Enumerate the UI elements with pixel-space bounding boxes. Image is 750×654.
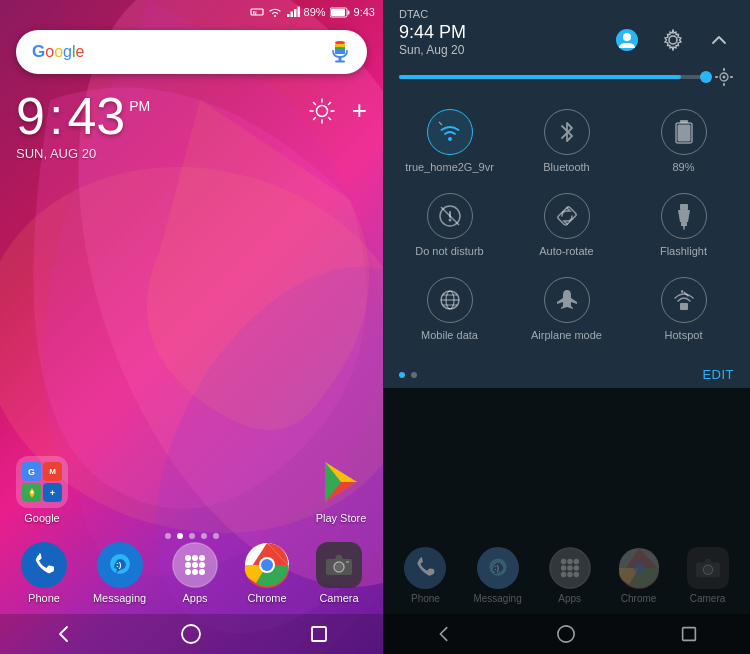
- mobiledata-tile-icon: [427, 277, 473, 323]
- svg-point-19: [316, 105, 327, 116]
- notif-time-row: 9:44 PM Sun, Aug 20: [399, 22, 734, 57]
- dimmed-apps-icon: [549, 547, 591, 589]
- svg-rect-103: [682, 628, 695, 641]
- svg-point-92: [573, 565, 578, 570]
- svg-rect-18: [335, 50, 345, 54]
- svg-rect-15: [335, 41, 345, 44]
- folder-app-other: +: [43, 483, 62, 502]
- dimmed-phone: Phone: [404, 547, 446, 604]
- dimmed-app-dock: Phone :) Messaging Apps Chr: [383, 539, 750, 612]
- svg-point-89: [573, 559, 578, 564]
- play-store-app[interactable]: Play Store: [315, 456, 367, 524]
- flashlight-tile[interactable]: Flashlight: [634, 185, 734, 265]
- brightness-widget[interactable]: [308, 97, 336, 125]
- dimmed-phone-label: Phone: [411, 593, 440, 604]
- hotspot-tile-label: Hotspot: [665, 329, 703, 341]
- svg-line-24: [313, 102, 315, 104]
- dnd-tile[interactable]: Do not disturb: [400, 185, 500, 265]
- collapse-button[interactable]: [704, 25, 734, 55]
- dock-camera[interactable]: Camera: [316, 542, 362, 604]
- svg-point-37: [192, 555, 198, 561]
- settings-icon-button[interactable]: [658, 25, 688, 55]
- svg-point-102: [558, 626, 574, 642]
- brightness-control[interactable]: [383, 61, 750, 93]
- dock-chrome[interactable]: Chrome: [244, 542, 290, 604]
- status-bar: N 89% 9:43: [0, 0, 383, 24]
- svg-point-101: [704, 567, 710, 573]
- dimmed-messaging-label: Messaging: [473, 593, 521, 604]
- google-folder[interactable]: G M + Google: [16, 456, 68, 524]
- user-icon-button[interactable]: [612, 25, 642, 55]
- home-button-right[interactable]: [556, 624, 576, 644]
- dock-apps[interactable]: Apps: [172, 542, 218, 604]
- svg-point-91: [567, 565, 572, 570]
- dimmed-chrome: Chrome: [618, 547, 660, 604]
- edit-button[interactable]: EDIT: [702, 367, 734, 382]
- apps-label: Apps: [183, 592, 208, 604]
- svg-rect-6: [290, 12, 293, 18]
- edit-row: EDIT: [383, 361, 750, 388]
- panel-dot-2: [411, 372, 417, 378]
- quick-tiles: true_home2G_9vr Bluetooth: [383, 93, 750, 361]
- folder-icon: G M +: [16, 456, 68, 508]
- dimmed-home-screen: Phone :) Messaging Apps Chr: [383, 388, 750, 654]
- microphone-icon[interactable]: [329, 41, 351, 63]
- wifi-tile[interactable]: true_home2G_9vr: [400, 101, 500, 181]
- svg-rect-5: [287, 14, 290, 17]
- play-store-icon: [315, 456, 367, 508]
- brightness-auto-icon[interactable]: [714, 67, 734, 87]
- brightness-thumb: [700, 71, 712, 83]
- svg-point-90: [561, 565, 566, 570]
- search-bar[interactable]: G o o g l e: [16, 30, 367, 74]
- clock-status: 9:43: [354, 6, 375, 18]
- clock-widget: 9 : 43 PM SUN, AUG 20: [16, 90, 150, 161]
- mobiledata-tile[interactable]: Mobile data: [400, 269, 500, 349]
- autorotate-tile[interactable]: Auto-rotate: [517, 185, 617, 265]
- hotspot-tile[interactable]: Hotspot: [634, 269, 734, 349]
- svg-point-57: [669, 36, 677, 44]
- svg-rect-7: [294, 9, 297, 17]
- brightness-slider[interactable]: [399, 75, 706, 79]
- home-screen: N 89% 9:43 G o o g l e: [0, 0, 383, 654]
- wifi-tile-label: true_home2G_9vr: [405, 161, 494, 173]
- svg-rect-60: [723, 68, 725, 71]
- airplane-tile[interactable]: Airplane mode: [517, 269, 617, 349]
- bluetooth-tile-icon: [544, 109, 590, 155]
- battery-tile[interactable]: 89%: [634, 101, 734, 181]
- bluetooth-tile[interactable]: Bluetooth: [517, 101, 617, 181]
- svg-line-26: [328, 102, 330, 104]
- add-widget-icon[interactable]: +: [352, 95, 367, 126]
- google-logo: G o o g l e: [32, 42, 84, 62]
- panel-dot-1: [399, 372, 405, 378]
- back-button[interactable]: [48, 618, 80, 650]
- recents-button-right[interactable]: [679, 624, 699, 644]
- nav-bar-left: [0, 614, 383, 654]
- back-button-right[interactable]: [434, 624, 454, 644]
- svg-rect-73: [557, 206, 577, 226]
- phone-icon: [21, 542, 67, 588]
- camera-icon: [316, 542, 362, 588]
- svg-rect-17: [335, 47, 345, 50]
- dimmed-chrome-label: Chrome: [621, 593, 657, 604]
- notif-control-icons: [612, 25, 734, 55]
- notif-time-date: 9:44 PM Sun, Aug 20: [399, 22, 466, 57]
- dock-phone[interactable]: Phone: [21, 542, 67, 604]
- clock-date: SUN, AUG 20: [16, 146, 150, 161]
- home-button[interactable]: [175, 618, 207, 650]
- dimmed-camera-icon: [687, 547, 729, 589]
- svg-point-87: [561, 559, 566, 564]
- svg-text::): :): [116, 560, 122, 569]
- autorotate-tile-label: Auto-rotate: [539, 245, 593, 257]
- svg-rect-74: [680, 204, 688, 210]
- svg-line-27: [313, 117, 315, 119]
- battery-tile-icon: [661, 109, 707, 155]
- clock-minutes: 43: [67, 90, 125, 142]
- dock-messaging[interactable]: :) Messaging: [93, 542, 146, 604]
- messaging-label: Messaging: [93, 592, 146, 604]
- dimmed-apps-label: Apps: [558, 593, 581, 604]
- svg-rect-14: [335, 61, 345, 63]
- recents-button[interactable]: [303, 618, 335, 650]
- svg-line-25: [328, 117, 330, 119]
- svg-point-43: [192, 569, 198, 575]
- svg-line-72: [441, 207, 459, 225]
